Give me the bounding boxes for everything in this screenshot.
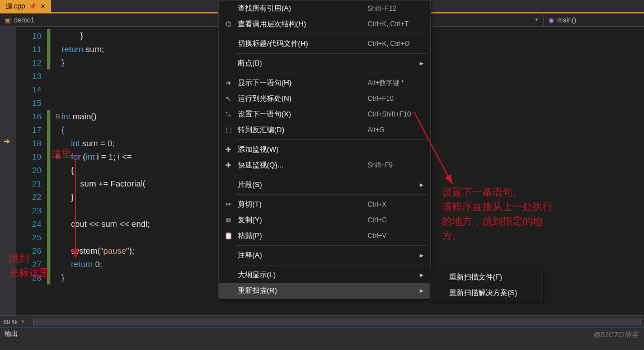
menu-item-icon: ⌬: [222, 20, 234, 28]
menu-item-label: 查找所有引用(A): [234, 3, 368, 13]
output-panel-header[interactable]: 输出: [0, 328, 644, 340]
menu-item[interactable]: ✚快速监视(Q)...Shift+F9: [219, 157, 430, 173]
submenu-item-label: 重新扫描解决方案(S): [446, 288, 534, 298]
menu-item[interactable]: 重新扫描(R)▶: [219, 283, 430, 298]
chevron-right-icon: ▶: [420, 288, 424, 293]
menu-item-label: 剪切(T): [234, 199, 368, 209]
menu-item[interactable]: ≒设置下一语句(X)Ctrl+Shift+F10: [219, 106, 430, 122]
code-line[interactable]: [47, 69, 150, 83]
menu-item-shortcut: Ctrl+F10: [368, 95, 424, 102]
breakpoint-gutter[interactable]: ➔: [0, 27, 16, 326]
line-number: 18: [16, 137, 41, 150]
code-line[interactable]: {: [47, 164, 150, 177]
chevron-right-icon: ▶: [420, 272, 424, 278]
menu-item-shortcut: Shift+F12: [368, 4, 424, 12]
menu-item-label: 运行到光标处(N): [234, 94, 368, 104]
menu-item[interactable]: ✂剪切(T)Ctrl+X: [219, 197, 430, 212]
menu-separator: [236, 34, 427, 34]
menu-item[interactable]: ⬚转到反汇编(D)Alt+G: [219, 122, 430, 138]
line-number: 25: [16, 231, 41, 244]
submenu-item[interactable]: 重新扫描文件(F): [430, 269, 541, 285]
pin-icon[interactable]: 📌: [29, 2, 37, 10]
chevron-down-icon[interactable]: ▼: [21, 319, 25, 324]
code-line[interactable]: [47, 83, 150, 96]
menu-item[interactable]: ↖运行到光标处(N)Ctrl+F10: [219, 91, 430, 106]
menu-item-label: 注释(A): [234, 250, 415, 260]
zoom-value[interactable]: 89 %: [3, 319, 17, 325]
chevron-right-icon: ▶: [420, 253, 424, 258]
menu-separator: [236, 245, 427, 246]
method-icon: ◉: [548, 16, 554, 24]
code-line[interactable]: }: [47, 190, 150, 204]
line-number: 23: [16, 204, 41, 217]
code-line[interactable]: cout << sum << endl;: [47, 217, 150, 231]
code-content[interactable]: }return sum;}⊟int main(){ int sum = 0;⊟ …: [47, 27, 150, 326]
code-line[interactable]: {: [47, 123, 150, 137]
menu-item[interactable]: ✚添加监视(W): [219, 142, 430, 157]
code-line[interactable]: }: [47, 29, 150, 43]
line-number: 21: [16, 177, 41, 190]
menu-item-icon: ⧉: [222, 216, 234, 224]
menu-item-shortcut: Ctrl+X: [368, 200, 424, 208]
menu-item[interactable]: 注释(A)▶: [219, 248, 430, 263]
project-icon: ▣: [4, 16, 11, 24]
menu-item[interactable]: 📋粘贴(P)Ctrl+V: [219, 228, 430, 244]
line-number: 20: [16, 164, 41, 177]
menu-item[interactable]: ⌬查看调用层次结构(H)Ctrl+K, Ctrl+T: [219, 16, 430, 32]
menu-item[interactable]: 切换标题/代码文件(H)Ctrl+K, Ctrl+O: [219, 36, 430, 52]
line-number: 17: [16, 123, 41, 137]
menu-item-label: 片段(S): [234, 180, 415, 190]
menu-item-shortcut: Ctrl+K, Ctrl+O: [368, 40, 424, 48]
horizontal-scrollbar[interactable]: [33, 319, 641, 325]
line-number: 26: [16, 244, 41, 258]
menu-item[interactable]: 查找所有引用(A)Shift+F12: [219, 1, 430, 16]
code-line[interactable]: [47, 231, 150, 244]
menu-item-shortcut: Shift+F9: [368, 161, 424, 169]
line-number: 16: [16, 110, 41, 123]
menu-item[interactable]: 断点(B)▶: [219, 55, 430, 71]
menu-item[interactable]: ➜显示下一语句(H)Alt+数字键 *: [219, 75, 430, 91]
menu-separator: [236, 194, 427, 195]
menu-item-label: 转到反汇编(D): [234, 125, 368, 135]
code-line[interactable]: system("pause");: [47, 244, 150, 258]
menu-item-icon: ✚: [222, 161, 234, 169]
file-tab-source[interactable]: 源.cpp 📌 ✕: [0, 0, 51, 12]
chevron-down-icon: ▼: [534, 17, 539, 22]
submenu-item-label: 重新扫描文件(F): [446, 272, 534, 282]
code-line[interactable]: [47, 204, 150, 217]
execution-pointer-icon: ➔: [3, 137, 10, 146]
menu-separator: [236, 265, 427, 265]
menu-item-icon: ✚: [222, 146, 234, 153]
code-line[interactable]: return 0;: [47, 258, 150, 271]
menu-item-icon: ↖: [222, 95, 234, 102]
code-line[interactable]: sum += Factorial(: [47, 177, 150, 190]
menu-separator: [236, 73, 427, 73]
menu-item[interactable]: 片段(S)▶: [219, 177, 430, 193]
menu-item-shortcut: Ctrl+K, Ctrl+T: [368, 20, 424, 28]
menu-item-shortcut: Ctrl+V: [368, 232, 424, 240]
menu-item-shortcut: Ctrl+Shift+F10: [368, 110, 424, 118]
menu-item-label: 快速监视(Q)...: [234, 160, 368, 170]
code-line[interactable]: }: [47, 271, 150, 284]
watermark: @51CTO博客: [593, 330, 638, 340]
code-line[interactable]: }: [47, 56, 150, 69]
code-line[interactable]: ⊟int main(): [47, 110, 150, 123]
code-line[interactable]: return sum;: [47, 43, 150, 56]
menu-item-label: 显示下一语句(H): [234, 78, 368, 88]
chevron-right-icon: ▶: [420, 60, 424, 66]
code-line[interactable]: int sum = 0;: [47, 137, 150, 150]
code-line[interactable]: [47, 96, 150, 110]
menu-item-icon: ➜: [222, 79, 234, 87]
code-line[interactable]: ⊟ for (int i = 1; i <=: [47, 150, 150, 164]
close-icon[interactable]: ✕: [40, 3, 45, 10]
submenu-item[interactable]: 重新扫描解决方案(S): [430, 285, 541, 301]
menu-item-label: 添加监视(W): [234, 144, 424, 155]
menu-item[interactable]: 大纲显示(L)▶: [219, 267, 430, 283]
menu-item-label: 大纲显示(L): [234, 270, 415, 280]
menu-item[interactable]: ⧉复制(Y)Ctrl+C: [219, 212, 430, 228]
menu-item-label: 粘贴(P): [234, 231, 368, 241]
menu-item-label: 切换标题/代码文件(H): [234, 39, 368, 49]
line-number: 19: [16, 150, 41, 164]
menu-item-label: 查看调用层次结构(H): [234, 19, 368, 29]
function-dropdown[interactable]: ◉ main(): [543, 15, 644, 26]
